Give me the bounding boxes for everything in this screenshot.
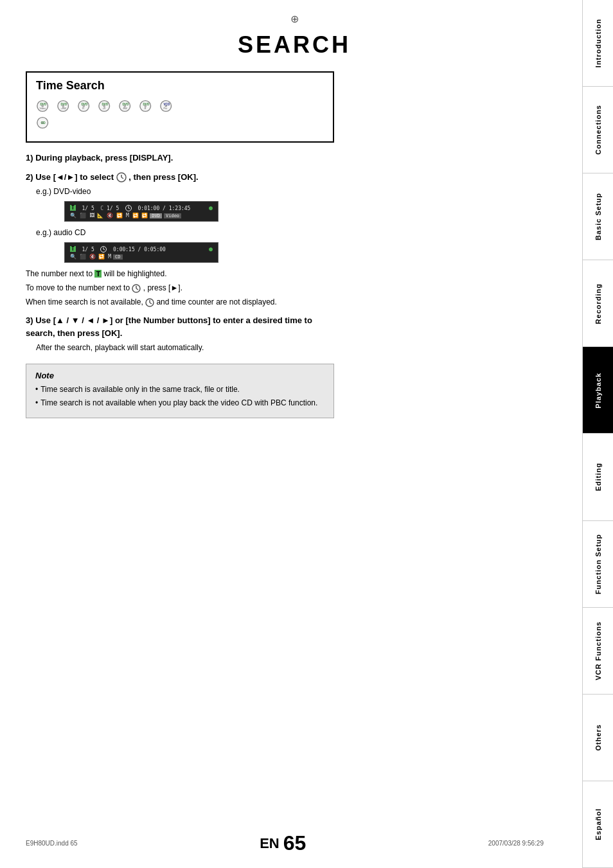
disc-dvd-plusrw: DVD +RW — [57, 99, 73, 113]
cd-clock-icon — [100, 246, 107, 252]
svg-text:CD: CD — [40, 121, 46, 125]
note-bullet-2: • — [35, 398, 38, 409]
step1-text: During playback, press [DISPLAY]. — [35, 153, 173, 163]
display-record-dot: ● — [209, 204, 213, 211]
disc-dvd-minusrw: DVD -RW — [118, 99, 135, 113]
sidebar: Introduction Connections Basic Setup Rec… — [582, 0, 613, 868]
page-number-area: EN 65 — [260, 831, 306, 855]
step2-number: 2) — [26, 172, 33, 182]
disc-icons-row: DVD Video DVD +RW DVD R — [36, 99, 324, 113]
disc-icons-row2: CD — [36, 116, 324, 130]
step1-number: 1) — [26, 153, 33, 163]
sidebar-label-basic-setup: Basic Setup — [594, 193, 602, 240]
sidebar-label-introduction: Introduction — [594, 19, 602, 67]
dvd-display-mockup: T 1/ 5 C 1/ 5 0:01:00 / 1:23:45 ● 🔍 ⬛ 🖼 … — [64, 201, 218, 222]
cd-controls: 🔍 ⬛ 🔇 🔁 M — [70, 254, 111, 260]
page-number: 65 — [283, 831, 306, 855]
time-search-section: Time Search DVD Video DVD +RW — [26, 71, 334, 143]
sidebar-item-others[interactable]: Others — [583, 695, 613, 781]
sidebar-label-others: Others — [594, 724, 602, 750]
disc-cd: CD — [36, 116, 53, 130]
disc-dvd-plusr-icon: DVD +R — [98, 99, 114, 113]
svg-line-36 — [129, 208, 130, 209]
svg-text:-R: -R — [143, 107, 146, 110]
sidebar-label-connections: Connections — [594, 105, 602, 155]
svg-text:VCD: VCD — [164, 103, 170, 106]
disc-dvd-r-icon: DVD R — [77, 99, 94, 113]
step3-number: 3) — [26, 315, 33, 325]
svg-line-42 — [136, 288, 138, 290]
display-badge-video: Video — [164, 213, 181, 218]
svg-text:DVD: DVD — [143, 103, 150, 106]
crosshair-top-icon: ⊕ — [26, 13, 563, 25]
step2-text2: , then press [OK]. — [129, 172, 198, 182]
disc-vcd-icon: VCD Pro — [159, 99, 176, 113]
sidebar-item-espanol[interactable]: Español — [583, 781, 613, 868]
display-clock-icon — [125, 205, 132, 211]
sidebar-item-playback[interactable]: Playback — [583, 347, 613, 434]
clock-select-icon — [116, 172, 127, 182]
step-3: 3) Use [▲ / ▼ / ◄ / ►] or [the Number bu… — [26, 314, 334, 353]
sidebar-item-basic-setup[interactable]: Basic Setup — [583, 173, 613, 260]
disc-cd-icon: CD — [36, 116, 53, 130]
sidebar-item-recording[interactable]: Recording — [583, 260, 613, 347]
step3-sub: After the search, playback will start au… — [36, 342, 334, 353]
cd-display-row2: 🔍 ⬛ 🔇 🔁 M CD — [70, 254, 213, 260]
note-item-1: • Time search is available only in the s… — [35, 384, 324, 395]
display-badge-dvd: DVD — [150, 213, 162, 218]
step2-text: Use [◄/►] to select — [35, 172, 116, 182]
note-box: Note • Time search is available only in … — [26, 364, 334, 418]
t-highlight: T — [70, 205, 76, 211]
svg-text:+R: +R — [102, 107, 105, 110]
svg-line-33 — [121, 177, 123, 179]
svg-text:DVD: DVD — [40, 103, 47, 106]
svg-text:Pro: Pro — [164, 107, 168, 110]
disc-dvd-minusr-icon: DVD -R — [139, 99, 155, 113]
sidebar-label-editing: Editing — [594, 463, 602, 491]
move-note: To move to the number next to , press [►… — [26, 282, 321, 294]
disc-dvd-video-icon: DVD Video — [36, 99, 53, 113]
footer-file: E9H80UD.indd 65 — [26, 840, 78, 847]
sidebar-item-editing[interactable]: Editing — [583, 434, 613, 520]
step2-sub1-label: e.g.) DVD-video — [36, 186, 334, 197]
svg-text:-RW: -RW — [123, 107, 128, 110]
sidebar-label-function-setup: Function Setup — [594, 534, 602, 594]
cd-t-indicator: T 1/ 5 0:00:15 / 0:05:00 — [70, 246, 166, 252]
note-bullet-1: • — [35, 384, 38, 395]
sidebar-label-playback: Playback — [594, 373, 602, 409]
main-content: ⊕ SEARCH Time Search DVD Video DVD — [0, 0, 582, 868]
display-row2: 🔍 ⬛ 🖼 📐 🔇 🔁 M 🔁 🔁 DVD Video — [70, 213, 213, 218]
sidebar-item-connections[interactable]: Connections — [583, 87, 613, 173]
clock-ref-icon — [132, 284, 141, 293]
svg-text:+RW: +RW — [61, 107, 67, 110]
step-1: 1) During playback, press [DISPLAY]. — [26, 152, 334, 164]
sidebar-item-vcr-functions[interactable]: VCR Functions — [583, 608, 613, 695]
note-title: Note — [35, 371, 324, 380]
svg-line-45 — [150, 303, 152, 304]
disc-dvd-minusrw-icon: DVD -RW — [118, 99, 135, 113]
cd-record-dot: ● — [209, 245, 213, 252]
cd-badge: CD — [113, 254, 122, 260]
cd-display-mockup: T 1/ 5 0:00:15 / 0:05:00 ● 🔍 ⬛ 🔇 🔁 M CD — [64, 242, 218, 263]
step2-sub2-label: e.g.) audio CD — [36, 227, 334, 238]
sidebar-item-introduction[interactable]: Introduction — [583, 0, 613, 87]
c-indicator: C — [100, 205, 103, 211]
page-title: SEARCH — [26, 31, 563, 58]
step3-text: Use [▲ / ▼ / ◄ / ►] or [the Number butto… — [26, 315, 312, 338]
svg-text:DVD: DVD — [102, 103, 109, 106]
note-text-2: Time search is not available when you pl… — [40, 398, 317, 409]
disc-dvd-plusrw-icon: DVD +RW — [57, 99, 73, 113]
section-title: Time Search — [36, 79, 324, 93]
display-t-indicator: T 1/ 5 C 1/ 5 0:01:00 / 1:23:45 — [70, 205, 190, 211]
display-row1: T 1/ 5 C 1/ 5 0:01:00 / 1:23:45 ● — [70, 204, 213, 211]
t-ref-icon: T — [94, 270, 102, 278]
svg-text:Video: Video — [40, 107, 46, 110]
disc-dvd-video: DVD Video — [36, 99, 53, 113]
svg-text:DVD: DVD — [123, 103, 129, 106]
page-footer: E9H80UD.indd 65 EN 65 2007/03/28 9:56:29 — [26, 831, 544, 855]
sidebar-label-espanol: Español — [594, 808, 602, 840]
step-2: 2) Use [◄/►] to select , then press [OK]… — [26, 171, 334, 308]
svg-line-39 — [103, 249, 105, 250]
display-controls: 🔍 ⬛ 🖼 📐 🔇 🔁 M 🔁 🔁 — [70, 213, 148, 218]
sidebar-item-function-setup[interactable]: Function Setup — [583, 521, 613, 608]
